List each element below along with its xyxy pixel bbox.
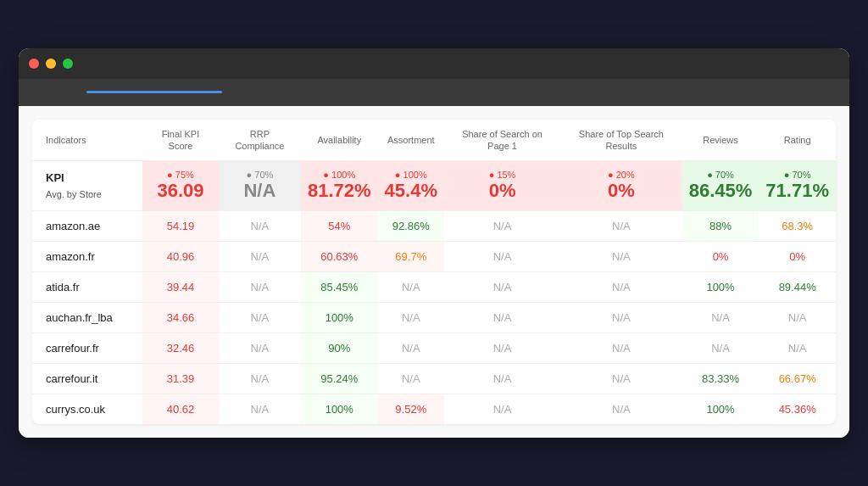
data-cell: N/A (560, 211, 682, 242)
cell-value: 39.44 (167, 281, 195, 293)
data-cell: 100% (682, 394, 760, 424)
cell-value: 0% (789, 250, 805, 263)
kpi-summary-row: KPI Avg. by Store ● 75% 36.09 ● 70% N/A (32, 161, 836, 211)
cell-value: N/A (402, 342, 420, 355)
cell-value: 34.66 (167, 311, 195, 324)
cell-value: 32.46 (167, 342, 195, 355)
data-cell: N/A (560, 333, 682, 364)
data-cell: N/A (560, 242, 682, 272)
data-cell: 89.44% (759, 272, 836, 303)
cell-value: N/A (612, 281, 631, 293)
col-reviews: Reviews (682, 120, 760, 162)
cell-value: N/A (402, 311, 420, 324)
tab-bar (19, 79, 849, 106)
data-cell: 95.24% (301, 364, 378, 394)
cell-value: N/A (711, 342, 730, 355)
data-cell: 88% (682, 211, 760, 242)
data-cell: N/A (560, 303, 682, 333)
data-cell: N/A (444, 211, 560, 242)
kpi-search-top-val: 0% (608, 180, 635, 201)
col-search-page1: Share of Search on Page 1 (444, 120, 560, 162)
kpi-subtitle: Avg. by Store (46, 187, 136, 203)
table-row: currys.co.uk40.62N/A100%9.52%N/AN/A100%4… (32, 394, 836, 424)
store-name-cell: currys.co.uk (32, 394, 142, 424)
cell-value: N/A (251, 311, 270, 324)
col-search-top: Share of Top Search Results (560, 120, 682, 162)
cell-value: 54.19 (167, 220, 195, 232)
data-cell: N/A (682, 303, 760, 333)
cell-value: N/A (493, 372, 512, 385)
col-rating: Rating (759, 120, 836, 162)
maximize-button[interactable] (63, 59, 73, 69)
minimize-button[interactable] (46, 59, 56, 69)
cell-value: N/A (251, 403, 270, 416)
data-cell: N/A (444, 242, 560, 272)
cell-value: 54% (328, 220, 350, 232)
cell-value: N/A (493, 311, 512, 324)
store-name-cell: atida.fr (32, 272, 142, 303)
cell-value: 100% (326, 403, 353, 416)
kpi-final-val: 36.09 (157, 180, 203, 201)
data-cell: N/A (219, 333, 301, 364)
cell-value: 40.96 (167, 250, 195, 263)
store-name-cell: carrefour.fr (32, 333, 142, 364)
kpi-assort-val: 45.4% (385, 180, 437, 201)
data-cell: 9.52% (378, 394, 444, 424)
cell-value: 9.52% (395, 403, 426, 416)
kpi-final-score-cell: ● 75% 36.09 (142, 161, 219, 211)
data-cell: 31.39 (142, 364, 219, 394)
cell-value: N/A (612, 311, 631, 324)
kpi-reviews-val: 86.45% (689, 180, 753, 201)
store-name-cell: amazon.fr (32, 242, 142, 272)
table-row: auchan.fr_lba34.66N/A100%N/AN/AN/AN/AN/A (32, 303, 836, 333)
cell-value: N/A (402, 372, 420, 385)
data-cell: 54% (301, 211, 378, 242)
table-container: Indicators Final KPI Score RRP Complianc… (19, 106, 849, 439)
cell-value: 0% (713, 250, 729, 263)
data-cell: N/A (444, 394, 560, 424)
cell-value: N/A (711, 311, 730, 324)
kpi-search-top-pct: ● 20% (567, 170, 676, 180)
data-cell: 45.36% (759, 394, 836, 424)
kpi-search1-cell: ● 15% 0% (444, 161, 560, 211)
kpi-reviews-pct: ● 70% (689, 170, 753, 180)
kpi-avail-cell: ● 100% 81.72% (301, 161, 378, 211)
data-cell: N/A (378, 364, 444, 394)
cell-value: 100% (706, 281, 734, 293)
kpi-avail-pct: ● 100% (308, 170, 371, 180)
cell-value: 100% (706, 403, 734, 416)
cell-value: 88% (709, 220, 732, 232)
cell-value: 92.86% (392, 220, 430, 232)
kpi-rrp-pct: ● 70% (225, 170, 294, 180)
kpi-label-cell: KPI Avg. by Store (32, 161, 142, 211)
data-cell: 0% (759, 242, 836, 272)
data-cell: 85.45% (301, 272, 378, 303)
cell-value: N/A (612, 220, 631, 232)
kpi-rating-pct: ● 70% (765, 170, 829, 180)
kpi-rrp-cell: ● 70% N/A (219, 161, 301, 211)
store-name-cell: amazon.ae (32, 211, 142, 242)
cell-value: 69.7% (395, 250, 426, 263)
kpi-rating-cell: ● 70% 71.71% (759, 161, 836, 211)
kpi-title: KPI (46, 170, 136, 187)
cell-value: 95.24% (320, 372, 358, 385)
data-cell: N/A (682, 333, 760, 364)
data-cell: N/A (444, 333, 560, 364)
store-name-cell: carrefour.it (32, 364, 142, 394)
title-bar (19, 48, 849, 79)
data-cell: 100% (301, 303, 378, 333)
col-indicators: Indicators (32, 120, 142, 162)
data-cell: N/A (219, 303, 301, 333)
cell-value: N/A (493, 403, 512, 416)
cell-value: N/A (788, 342, 807, 355)
data-cell: N/A (378, 272, 444, 303)
close-button[interactable] (29, 59, 39, 69)
kpi-search1-val: 0% (489, 180, 516, 201)
cell-value: N/A (493, 281, 512, 293)
data-cell: N/A (378, 333, 444, 364)
data-cell: 100% (301, 394, 378, 424)
cell-value: N/A (251, 281, 270, 293)
table-header-row: Indicators Final KPI Score RRP Complianc… (32, 120, 836, 162)
cell-value: 83.33% (702, 372, 739, 385)
data-cell: 100% (682, 272, 760, 303)
